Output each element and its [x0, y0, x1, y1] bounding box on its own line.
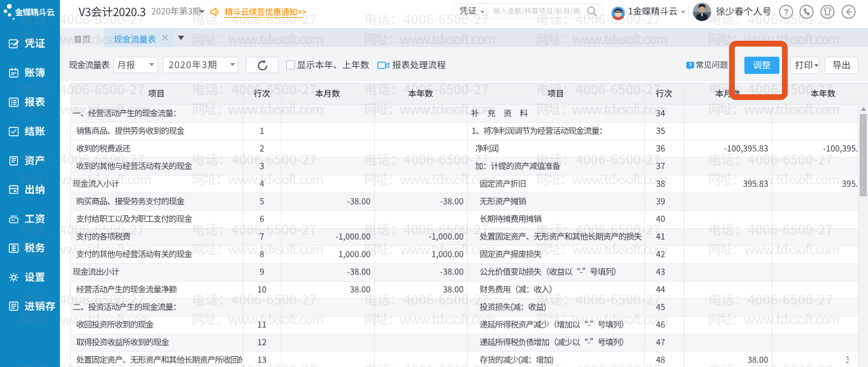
svg-text:?: ?: [784, 7, 789, 17]
svg-text:?: ?: [688, 62, 691, 68]
